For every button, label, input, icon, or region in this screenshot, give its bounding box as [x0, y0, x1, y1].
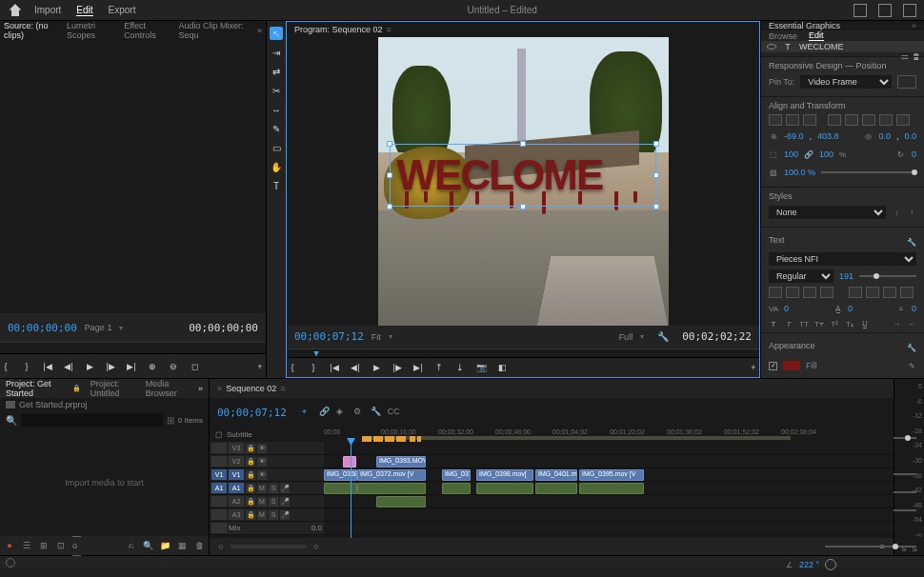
text-justify-all-icon[interactable] — [900, 287, 914, 298]
faux-bold-icon[interactable]: T — [769, 319, 778, 328]
sequence-name[interactable]: Sequence 02 — [226, 384, 276, 393]
font-size[interactable]: 191 — [839, 271, 854, 281]
track-voice-icon[interactable]: 🎤 — [280, 497, 290, 507]
resize-handle-icon[interactable] — [387, 204, 392, 209]
small-caps-icon[interactable]: Tᴛ — [814, 319, 824, 328]
track-lock-icon[interactable]: 🔒 — [246, 444, 255, 453]
faux-italic-icon[interactable]: T — [784, 319, 793, 328]
pin-to-select[interactable]: Video Frame — [800, 75, 892, 89]
track-content-v1[interactable]: IMG_0368 IMG_0372.mov [V IMG_037 IMG_039… — [324, 468, 894, 481]
text-justify-icon[interactable] — [820, 287, 834, 298]
underline-icon[interactable]: U̲ — [860, 319, 870, 328]
rotation[interactable]: 0 — [912, 149, 916, 159]
tab-media-browser[interactable]: Media Browser — [146, 379, 189, 398]
resize-handle-icon[interactable] — [653, 204, 659, 209]
new-item-icon[interactable]: ▦ — [176, 540, 188, 551]
font-style-select[interactable]: Regular — [769, 269, 834, 283]
track-label-a2[interactable]: A2 — [229, 496, 244, 507]
list-view-icon[interactable]: ☰ — [21, 540, 32, 551]
program-menu-icon[interactable]: ≡ — [387, 25, 392, 34]
audio-clip[interactable] — [535, 483, 577, 494]
resize-handle-icon[interactable] — [387, 172, 392, 178]
scale-h[interactable]: 100 — [819, 149, 834, 159]
go-to-in-icon[interactable]: |◀ — [329, 362, 340, 373]
mark-in-icon[interactable]: { — [287, 362, 298, 373]
selection-tool-icon[interactable]: ↖ — [270, 27, 283, 40]
resize-handle-icon[interactable] — [387, 141, 392, 147]
video-clip[interactable]: IMG_0368 — [324, 469, 357, 481]
track-content-a2[interactable] — [324, 495, 894, 507]
text-align-right-icon[interactable] — [803, 287, 816, 298]
tab-lumetri-scopes[interactable]: Lumetri Scopes — [67, 21, 112, 40]
track-voice-icon[interactable]: 🎤 — [280, 510, 290, 520]
video-clip[interactable]: IMG_0393.MOV — [376, 456, 426, 468]
lift-icon[interactable]: ⤒ — [433, 362, 445, 373]
all-caps-icon[interactable]: TT — [799, 319, 809, 328]
wrench-icon[interactable]: 🔧 — [907, 343, 916, 352]
play-icon[interactable]: ▶ — [84, 361, 95, 372]
track-mute-icon[interactable]: M — [257, 484, 267, 493]
track-solo-icon[interactable]: S — [269, 510, 278, 520]
cc-icon[interactable]: CC — [388, 407, 399, 418]
track-lock-icon[interactable]: 🔒 — [246, 470, 255, 480]
source-timecode-in[interactable]: 00;00;00;00 — [8, 322, 77, 334]
video-clip[interactable]: IMG_037 — [442, 469, 471, 481]
add-button-icon[interactable]: + — [254, 361, 266, 372]
track-target-a2[interactable] — [211, 496, 227, 507]
timeline-playhead[interactable] — [351, 442, 352, 538]
text-selection-box[interactable] — [390, 144, 656, 207]
audio-clip[interactable] — [376, 496, 426, 507]
audio-clip[interactable] — [442, 483, 471, 494]
record-icon[interactable]: ● — [4, 540, 15, 551]
text-align-center-icon[interactable] — [786, 287, 799, 298]
video-clip[interactable]: IMG_0401.m — [535, 469, 577, 481]
zoom-out-icon[interactable]: ○ — [215, 541, 227, 552]
panel-overflow-icon[interactable]: » — [257, 26, 262, 35]
tab-browse[interactable]: Browse — [769, 31, 797, 41]
share-icon[interactable] — [878, 4, 892, 17]
text-align-bottom-icon[interactable] — [883, 287, 896, 298]
audio-clip[interactable] — [579, 483, 644, 494]
opacity-slider[interactable] — [821, 171, 916, 173]
track-label-v2[interactable]: V2 — [229, 456, 244, 467]
marker-icon[interactable]: ◈ — [336, 407, 348, 418]
quick-export-icon[interactable] — [854, 4, 867, 17]
track-target-v2[interactable] — [211, 456, 227, 467]
new-bin-icon[interactable]: 📁 — [159, 540, 171, 551]
resize-handle-icon[interactable] — [520, 141, 526, 147]
snap-icon[interactable]: ⌖ — [302, 407, 313, 418]
track-lock-icon[interactable]: 🔒 — [246, 457, 255, 467]
resize-handle-icon[interactable] — [520, 204, 526, 209]
wrench-icon[interactable]: 🔧 — [657, 331, 669, 342]
font-size-slider[interactable] — [859, 275, 916, 277]
fullscreen-icon[interactable] — [903, 4, 916, 17]
track-label-v3[interactable]: V3 — [229, 443, 244, 453]
timeline-ruler[interactable]: 00;00 00;00;16;00 00;00;32;00 00;00;48;0… — [324, 427, 894, 442]
track-solo-icon[interactable]: S — [269, 497, 278, 507]
anchor-x[interactable]: 0.0 — [878, 131, 891, 141]
hand-tool-icon[interactable]: ✋ — [270, 160, 283, 173]
audio-clip[interactable] — [324, 483, 357, 494]
track-label-v1[interactable]: V1 — [229, 469, 244, 480]
style-download-icon[interactable]: ↑ — [907, 208, 916, 217]
track-lock-icon[interactable]: 🔒 — [246, 497, 255, 507]
track-label-a3[interactable]: A3 — [229, 509, 244, 520]
type-tool-icon[interactable]: T — [270, 179, 283, 192]
export-frame-icon[interactable]: 📷 — [475, 362, 487, 373]
leading-value[interactable]: 0 — [912, 304, 916, 313]
subscript-icon[interactable]: T₂ — [845, 319, 854, 328]
track-label-a1[interactable]: A1 — [229, 483, 244, 493]
track-content-v3[interactable] — [324, 442, 894, 454]
font-family-select[interactable]: Pieces NFI — [769, 252, 916, 266]
source-ruler[interactable] — [0, 342, 266, 353]
res-dropdown-icon[interactable]: ▾ — [640, 332, 644, 341]
settings-icon[interactable]: ⚙ — [353, 407, 365, 418]
zoom-in-icon[interactable]: ○ — [311, 541, 322, 552]
step-back-icon[interactable]: ◀| — [350, 362, 361, 373]
align-vcenter-icon[interactable] — [845, 114, 858, 126]
tab-source[interactable]: Source: (no clips) — [4, 21, 55, 40]
tab-project-get-started[interactable]: Project: Get Started — [6, 379, 63, 398]
tab-effect-controls[interactable]: Effect Controls — [124, 21, 167, 40]
go-to-in-icon[interactable]: |◀ — [42, 361, 53, 372]
resize-handle-icon[interactable] — [653, 172, 659, 178]
